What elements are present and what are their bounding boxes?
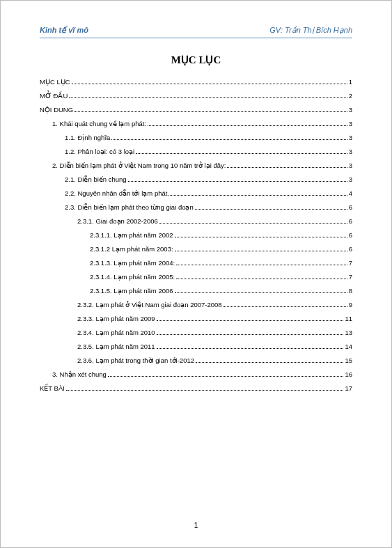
toc-entry-label: 2.3.4. Lạm phát năm 2010	[77, 329, 155, 336]
toc-leader-dots	[176, 274, 347, 279]
toc-leader-dots	[157, 344, 344, 349]
toc-row: 2. Diễn biến lạm phát ở Việt Nam trong 1…	[52, 162, 352, 169]
toc-leader-dots	[168, 191, 347, 196]
toc-row: 2.2. Nguyên nhân dẫn tới lạm phát4	[65, 190, 352, 197]
toc-entry-label: NỘI DUNG	[40, 107, 73, 113]
toc-entry-label: MỞ ĐẦU	[40, 93, 68, 100]
toc-entry-page: 8	[349, 288, 352, 295]
toc-entry-label: 2.3.6. Lạm phát trong thời gian tới-2012	[77, 357, 194, 364]
toc-entry-label: 2. Diễn biến lạm phát ở Việt Nam trong 1…	[52, 162, 226, 169]
toc-leader-dots	[175, 233, 347, 237]
toc-entry-label: 2.3.1. Giai đoạn 2002-2006	[77, 218, 158, 225]
toc-entry-label: KẾT BÀI	[40, 385, 65, 392]
toc-entry-page: 7	[349, 274, 352, 281]
toc-entry-page: 4	[349, 190, 352, 197]
toc-leader-dots	[175, 288, 347, 293]
toc-entry-page: 14	[345, 343, 352, 350]
toc-entry-page: 16	[345, 371, 352, 378]
toc-entry-label: 2.3.5. Lạm phát năm 2011	[77, 343, 155, 350]
toc-row: 2.3.1.2 Lạm phát năm 2003:6	[90, 246, 352, 253]
toc-entry-label: 2.3.1.3. Lạm phát năm 2004:	[90, 260, 175, 267]
document-page: Kinh tế vĩ mô GV: Trần Thị Bích Hạnh MỤC…	[0, 0, 392, 548]
page-header: Kinh tế vĩ mô GV: Trần Thị Bích Hạnh	[40, 26, 352, 38]
toc-row: 2.3.1.3. Lạm phát năm 2004:7	[90, 260, 352, 267]
toc-leader-dots	[136, 149, 347, 154]
toc-entry-page: 3	[349, 148, 352, 155]
toc-leader-dots	[111, 135, 347, 140]
toc-leader-dots	[196, 358, 343, 363]
toc-entry-page: 13	[345, 329, 352, 336]
toc-entry-page: 11	[345, 315, 352, 322]
header-right: GV: Trần Thị Bích Hạnh	[269, 26, 352, 35]
toc-row: 2.3.2. Lạm phát ở Việt Nam giai đoạn 200…	[77, 302, 352, 308]
toc-entry-page: 1	[349, 79, 352, 86]
toc-leader-dots	[66, 386, 344, 391]
toc-row: 2.3. Diễn biến lạm phát theo từng giai đ…	[65, 204, 352, 211]
toc-row: 1.2. Phân loại: có 3 loại3	[65, 148, 352, 155]
toc-entry-label: 3. Nhận xét chung	[52, 371, 107, 378]
toc-leader-dots	[176, 260, 347, 265]
toc-entry-page: 3	[349, 176, 352, 183]
toc-entry-page: 15	[345, 357, 352, 364]
toc-entry-label: 2.3.1.1. Lạm phát năm 2002	[90, 232, 173, 239]
toc-row: 2.3.4. Lạm phát năm 201013	[77, 329, 352, 336]
toc-leader-dots	[108, 372, 344, 377]
toc-leader-dots	[148, 121, 347, 126]
toc-leader-dots	[195, 205, 347, 210]
toc-leader-dots	[128, 177, 347, 182]
toc-entry-page: 2	[349, 93, 352, 100]
toc-row: 3. Nhận xét chung16	[52, 371, 352, 378]
toc-row: 2.3.6. Lạm phát trong thời gian tới-2012…	[77, 357, 352, 364]
toc-entry-label: 2.3. Diễn biến lạm phát theo từng giai đ…	[65, 204, 194, 211]
toc-row: 2.3.1. Giai đoạn 2002-20066	[77, 218, 352, 225]
toc-entry-label: 2.3.1.5. Lạm phát năm 2006	[90, 288, 173, 295]
toc-row: 2.3.1.1. Lạm phát năm 20026	[90, 232, 352, 239]
toc-row: KẾT BÀI17	[40, 385, 352, 392]
toc-leader-dots	[227, 163, 347, 168]
toc-entry-label: 2.2. Nguyên nhân dẫn tới lạm phát	[65, 190, 167, 197]
toc-entry-page: 17	[345, 385, 352, 392]
toc-entry-page: 3	[349, 107, 352, 113]
toc-row: MỞ ĐẦU2	[40, 93, 352, 100]
toc-leader-dots	[69, 93, 347, 98]
page-number: 1	[1, 522, 391, 529]
toc-entry-page: 9	[349, 302, 352, 308]
toc-row: 2.3.3. Lạm phát năm 200911	[77, 315, 352, 322]
toc-row: 2.1. Diễn biến chung3	[65, 176, 352, 183]
toc-leader-dots	[159, 219, 347, 224]
toc-entry-label: 1. Khái quát chung về lạm phát:	[52, 120, 146, 127]
toc-entry-page: 3	[349, 134, 352, 141]
toc-entry-label: 2.3.1.4. Lạm phát năm 2005:	[90, 274, 175, 281]
toc-entry-label: MỤC LỤC	[40, 79, 70, 86]
toc-row: 2.3.5. Lạm phát năm 201114	[77, 343, 352, 350]
toc-leader-dots	[75, 107, 347, 112]
toc-entry-label: 1.2. Phân loại: có 3 loại	[65, 148, 134, 155]
toc-entry-page: 3	[349, 120, 352, 127]
toc-entry-page: 3	[349, 162, 352, 169]
toc-entry-label: 2.3.1.2 Lạm phát năm 2003:	[90, 246, 173, 253]
toc-leader-dots	[157, 330, 344, 335]
toc-entry-page: 6	[349, 218, 352, 225]
toc-row: NỘI DUNG3	[40, 107, 352, 113]
toc-leader-dots	[157, 316, 344, 321]
toc-entry-page: 7	[349, 260, 352, 267]
toc-row: 1.1. Định nghĩa3	[65, 134, 352, 141]
toc-entry-label: 2.1. Diễn biến chung	[65, 176, 127, 183]
table-of-contents: MỤC LỤC1MỞ ĐẦU2NỘI DUNG31. Khái quát chu…	[40, 79, 352, 392]
header-left: Kinh tế vĩ mô	[40, 26, 88, 35]
toc-leader-dots	[175, 246, 347, 251]
page-title: MỤC LỤC	[40, 54, 352, 66]
toc-entry-label: 2.3.3. Lạm phát năm 2009	[77, 315, 155, 322]
toc-entry-page: 6	[349, 232, 352, 239]
toc-row: 2.3.1.4. Lạm phát năm 2005:7	[90, 274, 352, 281]
toc-entry-label: 1.1. Định nghĩa	[65, 134, 110, 141]
toc-entry-page: 6	[349, 204, 352, 211]
toc-entry-label: 2.3.2. Lạm phát ở Việt Nam giai đoạn 200…	[77, 302, 222, 308]
toc-leader-dots	[224, 302, 347, 307]
toc-row: 2.3.1.5. Lạm phát năm 20068	[90, 288, 352, 295]
toc-entry-page: 6	[349, 246, 352, 253]
toc-row: 1. Khái quát chung về lạm phát:3	[52, 120, 352, 127]
toc-row: MỤC LỤC1	[40, 79, 352, 86]
toc-leader-dots	[72, 79, 347, 84]
